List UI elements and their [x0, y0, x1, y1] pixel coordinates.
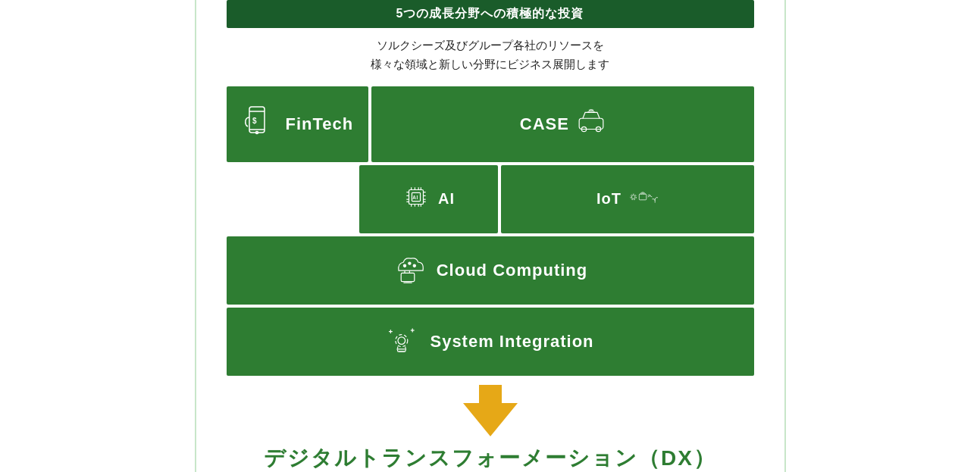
row-middle: AI: [359, 165, 754, 233]
ai-cell: AI: [359, 165, 498, 233]
iot-cell: IoT: [501, 165, 754, 233]
case-cell: CASE: [371, 86, 753, 162]
svg-point-39: [398, 336, 405, 344]
arrow-section: [227, 385, 754, 436]
row-cloud: Cloud Computing: [227, 236, 754, 305]
arrow-wrap: [463, 385, 518, 436]
svg-point-31: [403, 264, 405, 267]
si-cell: System Integration: [227, 308, 754, 376]
row-si: System Integration: [227, 308, 754, 376]
fintech-icon: $: [242, 104, 278, 145]
ai-icon: AI: [402, 183, 431, 216]
svg-point-33: [413, 264, 415, 267]
main-card: 5つの成長分野への積極的な投資 ソルクシーズ及びグループ各社のリソースを 様々な…: [195, 0, 786, 472]
arrow-down: [463, 403, 518, 436]
fintech-cell: $ FinTech: [227, 86, 369, 162]
iot-label: IoT: [596, 190, 622, 208]
subtitle: ソルクシーズ及びグループ各社のリソースを 様々な領域と新しい分野にビジネス展開し…: [227, 36, 754, 74]
ai-label: AI: [438, 190, 455, 208]
svg-rect-34: [401, 273, 415, 281]
fintech-label: FinTech: [286, 114, 354, 134]
svg-point-40: [396, 334, 408, 346]
si-label: System Integration: [430, 332, 593, 352]
dx-label: デジタルトランスフォーメーション（DX）: [227, 444, 754, 473]
grid-container: $ FinTech CASE: [227, 86, 754, 376]
svg-text:$: $: [252, 117, 258, 125]
svg-point-32: [409, 262, 411, 264]
arrow-shaft: [479, 385, 502, 403]
svg-text:AI: AI: [412, 195, 418, 200]
svg-point-27: [631, 195, 635, 198]
cloud-cell: Cloud Computing: [227, 236, 754, 305]
cloud-icon: [393, 250, 429, 291]
iot-icon: [629, 183, 658, 216]
cloud-label: Cloud Computing: [437, 261, 588, 280]
svg-rect-29: [639, 194, 647, 200]
si-icon: [386, 321, 422, 362]
case-icon: [577, 108, 606, 141]
header-banner: 5つの成長分野への積極的な投資: [227, 0, 754, 28]
case-label: CASE: [520, 114, 569, 134]
row-top: $ FinTech CASE: [227, 86, 754, 162]
